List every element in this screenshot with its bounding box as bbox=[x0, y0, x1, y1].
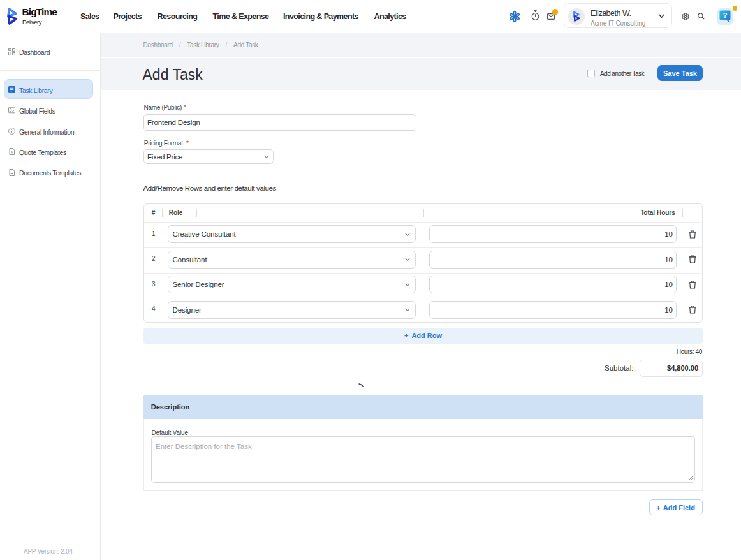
svg-text:$: $ bbox=[11, 150, 13, 154]
svg-text:?: ? bbox=[723, 11, 727, 19]
